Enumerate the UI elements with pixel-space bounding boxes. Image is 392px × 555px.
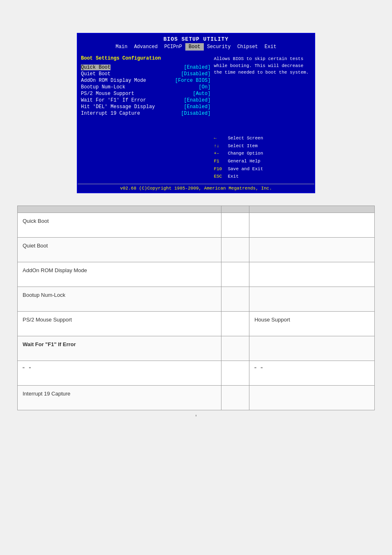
- key-code-arrows: ←: [214, 134, 225, 142]
- table-cell-name: Quick Boot: [18, 213, 221, 238]
- tab-security[interactable]: Security: [204, 43, 234, 51]
- table-cell-value: [221, 312, 249, 336]
- bios-row-f1error[interactable]: Wait For 'F1' If Error [Enabled]: [81, 97, 210, 103]
- table-cell-value: [221, 262, 249, 287]
- table-cell-value: [221, 238, 249, 262]
- table-cell-desc: House Support: [249, 312, 375, 336]
- bios-label-numlock: Bootup Num-Lock: [81, 84, 125, 90]
- table-cell-name: Interrupt 19 Capture: [18, 386, 221, 410]
- table-row: Bootup Num-Lock: [18, 287, 375, 312]
- table-header-row: [18, 206, 375, 213]
- bios-key-f1: F1 General Help: [214, 157, 311, 165]
- table-cell-name: Quiet Boot: [18, 238, 221, 262]
- key-desc-item: Select Item: [228, 142, 258, 150]
- bios-key-item: ↑↓ Select Item: [214, 142, 311, 150]
- bios-key-option: +- Change Option: [214, 150, 311, 157]
- table-cell-desc: [249, 213, 375, 238]
- table-cell-name: Bootup Num-Lock: [18, 287, 221, 312]
- tab-main[interactable]: Main: [112, 43, 131, 51]
- bios-row-quickboot[interactable]: Quick Boot [Enabled]: [81, 65, 210, 70]
- bios-row-numlock[interactable]: Bootup Num-Lock [On]: [81, 84, 210, 90]
- table-row: AddOn ROM Display Mode: [18, 262, 375, 287]
- bios-key-screen: ← Select Screen: [214, 134, 311, 142]
- key-desc-option: Change Option: [228, 150, 263, 157]
- key-code-esc: ESC: [214, 173, 225, 180]
- bios-value-numlock: [On]: [199, 84, 211, 90]
- bios-value-mouse: [Auto]: [193, 91, 210, 97]
- table-row: " " " ": [18, 361, 375, 386]
- tab-pcipnp[interactable]: PCIPnP: [161, 43, 185, 51]
- table-cell-desc: [249, 238, 375, 262]
- table-cell-desc: [249, 386, 375, 410]
- bios-row-delmsg[interactable]: Hit 'DEL' Message Display [Enabled]: [81, 104, 210, 110]
- bios-row-addon[interactable]: AddOn ROM Display Mode [Force BIOS]: [81, 78, 210, 83]
- bios-value-delmsg: [Enabled]: [184, 104, 211, 110]
- tab-chipset[interactable]: Chipset: [234, 43, 261, 51]
- table-cell-name: PS/2 Mouse Support: [18, 312, 221, 336]
- table-cell-value: [221, 287, 249, 312]
- bios-tabs[interactable]: Main Advanced PCIPnP Boot Security Chips…: [78, 43, 314, 52]
- bios-right-panel: Allows BIOS to skip certain tests while …: [214, 56, 311, 180]
- bios-screen: BIOS SETUP UTILITY Main Advanced PCIPnP …: [77, 33, 315, 193]
- bios-label-f1error: Wait For 'F1' If Error: [81, 97, 146, 103]
- bios-value-f1error: [Enabled]: [184, 97, 211, 103]
- key-desc-f1: General Help: [228, 157, 260, 165]
- table-cell-desc: [249, 262, 375, 287]
- table-row: Quiet Boot: [18, 238, 375, 262]
- table-header-col2: [221, 206, 249, 213]
- table-row: PS/2 Mouse Support House Support: [18, 312, 375, 336]
- bios-value-quickboot: [Enabled]: [184, 65, 211, 70]
- table-row: Wait For "F1" If Error: [18, 336, 375, 361]
- settings-table: Quick Boot Quiet Boot AddOn ROM Display …: [17, 206, 375, 410]
- bios-label-quickboot: Quick Boot: [81, 65, 111, 70]
- table-row: Interrupt 19 Capture: [18, 386, 375, 410]
- key-desc-f10: Save and Exit: [228, 165, 263, 173]
- bios-left-panel: Boot Settings Configuration Quick Boot […: [81, 56, 210, 180]
- bios-keys: ← Select Screen ↑↓ Select Item +- Change…: [214, 134, 311, 180]
- bios-footer: v02.68 (C)Copyright 1985-2009, American …: [78, 184, 314, 192]
- table-cell-desc: [249, 287, 375, 312]
- bios-value-int19: [Disabled]: [181, 111, 210, 116]
- bios-label-mouse: PS/2 Mouse Support: [81, 91, 134, 97]
- table-cell-value: [221, 213, 249, 238]
- bios-key-f10: F10 Save and Exit: [214, 165, 311, 173]
- bios-row-mouse[interactable]: PS/2 Mouse Support [Auto]: [81, 91, 210, 97]
- bios-section-title: Boot Settings Configuration: [81, 56, 210, 61]
- table-cell-desc-quotes: " ": [249, 361, 375, 386]
- bios-body: Boot Settings Configuration Quick Boot […: [78, 52, 314, 184]
- key-desc-esc: Exit: [228, 173, 238, 180]
- table-header-col1: [18, 206, 221, 213]
- bios-label-quietboot: Quiet Boot: [81, 71, 111, 77]
- bios-label-delmsg: Hit 'DEL' Message Display: [81, 104, 155, 110]
- bios-help-text: Allows BIOS to skip certain tests while …: [214, 56, 311, 76]
- bios-value-addon: [Force BIOS]: [175, 78, 210, 83]
- bios-row-quietboot[interactable]: Quiet Boot [Disabled]: [81, 71, 210, 77]
- table-cell-desc: [249, 336, 375, 361]
- key-desc-screen: Select Screen: [228, 134, 263, 142]
- table-cell-name-quotes: " ": [18, 361, 221, 386]
- key-code-f10: F10: [214, 165, 225, 173]
- table-cell-name: AddOn ROM Display Mode: [18, 262, 221, 287]
- table-cell-name-bold: Wait For "F1" If Error: [18, 336, 221, 361]
- table-row: Quick Boot: [18, 213, 375, 238]
- tab-advanced[interactable]: Advanced: [131, 43, 161, 51]
- table-cell-value: [221, 336, 249, 361]
- bios-label-addon: AddOn ROM Display Mode: [81, 78, 146, 83]
- bios-key-esc: ESC Exit: [214, 173, 311, 180]
- key-code-plusminus: +-: [214, 150, 225, 157]
- bios-label-int19: Interrupt 19 Capture: [81, 111, 140, 116]
- key-code-updown: ↑↓: [214, 142, 225, 150]
- table-header-col3: [249, 206, 375, 213]
- tab-boot[interactable]: Boot: [185, 43, 204, 51]
- bios-title: BIOS SETUP UTILITY: [78, 34, 314, 43]
- table-cell-value: [221, 386, 249, 410]
- bios-value-quietboot: [Disabled]: [181, 71, 210, 77]
- bios-row-int19[interactable]: Interrupt 19 Capture [Disabled]: [81, 111, 210, 116]
- table-cell-value: [221, 361, 249, 386]
- key-code-f1: F1: [214, 157, 225, 165]
- footer-note: ': [17, 410, 375, 420]
- tab-exit[interactable]: Exit: [261, 43, 280, 51]
